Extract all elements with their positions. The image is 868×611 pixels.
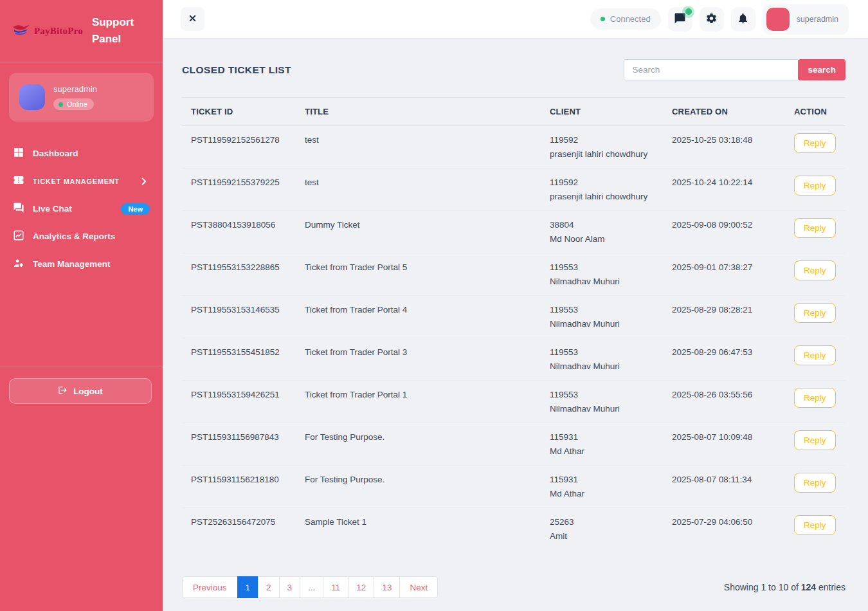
- connection-status: Connected: [590, 8, 661, 30]
- profile-card: superadmin Online: [9, 73, 154, 122]
- topbar: Connected superadmin: [163, 0, 868, 39]
- nav-label: Analytics & Reports: [33, 232, 115, 241]
- ticket-id-cell: PST25263156472075: [191, 517, 305, 527]
- user-avatar: [766, 8, 790, 31]
- pagination-page[interactable]: 2: [258, 576, 280, 598]
- client-id: 119592: [550, 178, 672, 187]
- client-cell: 119553 Nilmadhav Muhuri: [550, 305, 672, 329]
- ticket-title-cell: For Testing Purpose.: [305, 475, 550, 484]
- gear-icon: [705, 12, 718, 26]
- dashboard-grid-icon: [13, 147, 24, 161]
- nav-label: Dashboard: [33, 149, 78, 158]
- client-id: 115931: [550, 432, 672, 442]
- reply-button[interactable]: Reply: [794, 430, 836, 450]
- reply-button[interactable]: Reply: [794, 515, 836, 535]
- pagination-previous[interactable]: Previous: [182, 576, 238, 598]
- ticket-title-cell: test: [305, 178, 550, 187]
- client-id: 119553: [550, 262, 672, 272]
- table-row: PST119553153228865 Ticket from Trader Po…: [182, 253, 845, 296]
- settings-button[interactable]: [700, 7, 724, 32]
- client-name: Md Noor Alam: [550, 234, 672, 244]
- closed-ticket-table: TICKET ID TITLE CLIENT CREATED ON ACTION…: [182, 97, 845, 551]
- client-cell: 115931 Md Athar: [550, 432, 672, 456]
- client-name: Md Athar: [550, 446, 672, 456]
- client-id: 119553: [550, 390, 672, 399]
- ticket-id-cell: PST119553155451852: [191, 347, 305, 357]
- reply-button[interactable]: Reply: [794, 260, 836, 280]
- ticket-id-cell: PST115931156987843: [191, 432, 305, 442]
- search-button[interactable]: search: [798, 59, 845, 80]
- ticket-id-cell: PST119553153228865: [191, 262, 305, 272]
- client-name: Md Athar: [550, 489, 672, 498]
- reply-button[interactable]: Reply: [794, 218, 836, 238]
- analytics-chart-icon: [13, 230, 24, 244]
- reply-button[interactable]: Reply: [794, 303, 836, 323]
- total-entries-count: 124: [801, 582, 816, 592]
- client-cell: 119592 prasenjit lahiri chowdhury: [550, 135, 672, 159]
- created-on-cell: 2025-08-07 08:11:34: [672, 475, 794, 484]
- table-row: PST38804153918056 Dummy Ticket 38804 Md …: [182, 211, 845, 253]
- notifications-button[interactable]: [731, 7, 755, 32]
- ticket-title-cell: Dummy Ticket: [305, 220, 550, 230]
- online-status-badge: Online: [53, 98, 94, 110]
- ticket-id-cell: PST119553153146535: [191, 305, 305, 315]
- bell-icon: [737, 12, 749, 26]
- sidebar-item-live-chat[interactable]: Live Chat New: [0, 195, 163, 223]
- bird-logo-icon: [12, 23, 31, 39]
- action-cell: Reply: [794, 432, 845, 450]
- pagination-next[interactable]: Next: [399, 576, 438, 598]
- ticket-title-cell: Ticket from Trader Portal 5: [305, 262, 550, 272]
- pagination-page[interactable]: 13: [374, 576, 400, 598]
- entries-summary: Showing 1 to 10 of 124 entries: [724, 582, 845, 592]
- nav-label: Team Management: [33, 259, 111, 269]
- reply-button[interactable]: Reply: [794, 345, 836, 365]
- ticket-title-cell: Ticket from Trader Portal 3: [305, 347, 550, 357]
- pagination-page[interactable]: 1: [237, 576, 259, 598]
- profile-name: superadmin: [53, 84, 97, 94]
- client-cell: 38804 Md Noor Alam: [550, 220, 672, 244]
- close-button[interactable]: [181, 7, 204, 31]
- brand-header: PayBitoPro Support Panel: [0, 0, 163, 62]
- client-cell: 25263 Amit: [550, 517, 672, 541]
- sidebar-item-analytics-reports[interactable]: Analytics & Reports: [0, 223, 163, 250]
- action-cell: Reply: [794, 517, 845, 535]
- client-id: 119553: [550, 347, 672, 357]
- client-name: prasenjit lahiri chowdhury: [550, 149, 672, 159]
- sidebar-item-team-management[interactable]: Team Management: [0, 250, 163, 278]
- chat-button[interactable]: [668, 7, 692, 32]
- user-menu[interactable]: superadmin: [763, 4, 849, 35]
- table-row: PST25263156472075 Sample Ticket 1 25263 …: [182, 508, 845, 551]
- logout-icon: [58, 385, 68, 397]
- column-header-action: ACTION: [794, 107, 845, 116]
- table-row: PST119553159426251 Ticket from Trader Po…: [182, 381, 845, 423]
- created-on-cell: 2025-09-01 07:38:27: [672, 262, 794, 272]
- ticket-title-cell: For Testing Purpose.: [305, 432, 550, 442]
- client-cell: 119553 Nilmadhav Muhuri: [550, 347, 672, 371]
- ticket-id-cell: PST119592152561278: [191, 135, 305, 145]
- search-input[interactable]: [624, 59, 799, 80]
- action-cell: Reply: [794, 135, 845, 153]
- pagination-ellipsis: ...: [300, 576, 323, 598]
- pagination-page[interactable]: 3: [279, 576, 301, 598]
- table-row: PST119553155451852 Ticket from Trader Po…: [182, 338, 845, 381]
- action-cell: Reply: [794, 220, 845, 238]
- reply-button[interactable]: Reply: [794, 473, 836, 493]
- ticket-id-cell: PST115931156218180: [191, 475, 305, 484]
- ticket-id-cell: PST119592155379225: [191, 178, 305, 187]
- reply-button[interactable]: Reply: [794, 176, 836, 196]
- team-shield-icon: [13, 257, 24, 271]
- action-cell: Reply: [794, 178, 845, 196]
- reply-button[interactable]: Reply: [794, 388, 836, 408]
- reply-button[interactable]: Reply: [794, 133, 836, 153]
- action-cell: Reply: [794, 262, 845, 280]
- sidebar-item-ticket-management[interactable]: TICKET MANAGEMENT: [0, 167, 163, 195]
- pagination-page[interactable]: 11: [323, 576, 348, 598]
- column-header-created-on: CREATED ON: [672, 107, 794, 116]
- action-cell: Reply: [794, 305, 845, 323]
- created-on-cell: 2025-08-29 08:28:21: [672, 305, 794, 315]
- table-body: PST119592152561278 test 119592 prasenjit…: [182, 126, 845, 551]
- logout-button[interactable]: Logout: [9, 378, 152, 404]
- sidebar-item-dashboard[interactable]: Dashboard: [0, 140, 163, 167]
- column-header-title: TITLE: [305, 107, 550, 116]
- pagination-page[interactable]: 12: [348, 576, 374, 598]
